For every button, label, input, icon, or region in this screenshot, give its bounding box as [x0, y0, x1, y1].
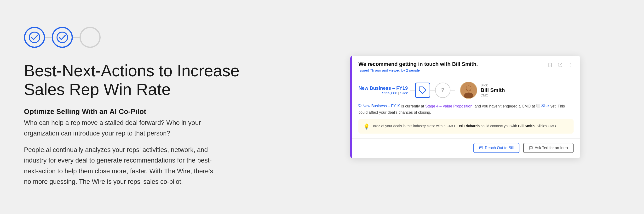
action-row: Reach Out to Bill Ask Teri for an Intro	[352, 138, 580, 158]
check-circle-icon[interactable]	[557, 61, 564, 68]
insight-part3: Stage 4 – Value Proposition	[425, 104, 472, 108]
person-info: Slick Bill Smith CMO	[460, 82, 505, 99]
tip-text: 80% of your deals in this industry close…	[373, 123, 557, 129]
person-company: Slick	[480, 83, 505, 87]
page-container: Best-Next-Actions to IncreaseSales Rep W…	[0, 0, 644, 214]
insight-tag-icon: New Business – FY19	[358, 103, 400, 109]
step-2	[52, 27, 73, 48]
step-line-2	[73, 37, 80, 38]
deal-info: New Business – FY19 $225,000 | Slick	[358, 85, 408, 95]
insight-part2: is currently at	[401, 104, 425, 108]
avatar	[460, 82, 477, 99]
deal-amount: $225,000	[382, 91, 397, 95]
tip-name1: Teri Richards	[457, 124, 480, 128]
insight-company-icon: Slick	[536, 103, 549, 109]
reach-out-label: Reach Out to Bill	[485, 146, 514, 150]
svg-point-1	[57, 32, 68, 43]
deal-flow: New Business – FY19 $225,000 | Slick	[352, 76, 580, 103]
svg-point-5	[570, 66, 571, 66]
insight-part4: , and you haven't engaged a CMO at	[472, 104, 536, 108]
deal-meta: $225,000 | Slick	[382, 91, 408, 95]
svg-point-0	[29, 32, 40, 43]
person-details: Slick Bill Smith CMO	[480, 83, 505, 97]
subtitle: Optimize Selling With an AI Co-Pilot	[24, 107, 282, 116]
right-section: We recommend getting in touch with Bill …	[310, 56, 620, 159]
body-text-1: Who can help a rep move a stalled deal f…	[24, 118, 220, 139]
left-section: Best-Next-Actions to IncreaseSales Rep W…	[24, 27, 282, 187]
svg-point-10	[466, 86, 471, 91]
more-options-icon[interactable]	[567, 61, 574, 68]
tip-mid: could connect you with	[480, 124, 518, 128]
steps-row	[24, 27, 282, 48]
insight-part1: New Business – FY19	[362, 103, 400, 109]
card-title: We recommend getting in touch with Bill …	[358, 61, 478, 67]
question-circle: ?	[435, 83, 450, 98]
step-line-1	[45, 37, 52, 38]
recommendation-card: We recommend getting in touch with Bill …	[350, 56, 580, 159]
svg-point-9	[464, 92, 473, 99]
ask-intro-button[interactable]: Ask Teri for an Intro	[523, 143, 574, 153]
reach-out-button[interactable]: Reach Out to Bill	[474, 143, 520, 153]
person-title: CMO	[480, 93, 505, 97]
insight-part5: Slick	[541, 103, 549, 109]
card-header-left: We recommend getting in touch with Bill …	[358, 61, 478, 72]
tag-icon-box	[415, 83, 430, 98]
insight-text: New Business – FY19 is currently at Stag…	[352, 103, 580, 119]
tip-end: , Slick's CMO.	[534, 124, 557, 128]
flow-line-right	[450, 90, 455, 90]
flow-line-mid	[430, 90, 435, 90]
flow-connector-1: ?	[410, 83, 455, 98]
body-text-2: People.ai continually analyzes your reps…	[24, 145, 220, 187]
body-block: Optimize Selling With an AI Co-Pilot Who…	[24, 107, 282, 187]
flow-line-left	[410, 90, 415, 90]
svg-point-3	[570, 63, 571, 64]
card-subtitle-plain: Issued 7h ago and viewed by	[358, 68, 406, 72]
step-1	[24, 27, 45, 48]
lightbulb-icon: 💡	[363, 124, 370, 130]
ask-intro-label: Ask Teri for an Intro	[535, 146, 568, 150]
main-heading-block: Best-Next-Actions to IncreaseSales Rep W…	[24, 61, 282, 99]
card-header: We recommend getting in touch with Bill …	[352, 56, 580, 76]
card-subtitle: Issued 7h ago and viewed by 2 people	[358, 68, 478, 72]
tip-part1: 80% of your deals in this industry close…	[373, 124, 457, 128]
card-subtitle-link: 2 people	[406, 68, 420, 72]
deal-company: Slick	[400, 91, 408, 95]
person-name: Bill Smith	[480, 87, 505, 93]
card-header-actions	[547, 61, 574, 68]
svg-point-4	[570, 64, 571, 65]
step-3	[80, 27, 100, 48]
deal-name: New Business – FY19	[358, 85, 408, 91]
bookmark-icon[interactable]	[547, 61, 554, 68]
tip-name2: Bill Smith	[518, 124, 534, 128]
main-heading: Best-Next-Actions to IncreaseSales Rep W…	[24, 61, 282, 99]
tip-box: 💡 80% of your deals in this industry clo…	[358, 119, 574, 134]
